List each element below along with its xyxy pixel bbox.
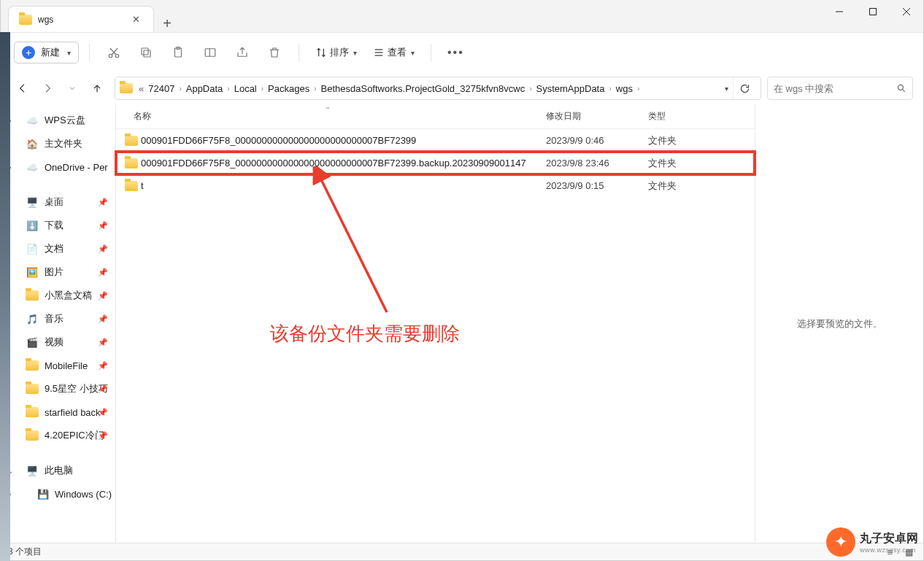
preview-pane: 选择要预览的文件。 (755, 104, 923, 543)
svg-rect-8 (144, 50, 150, 57)
file-list-panel: 名称⌃ 修改日期 类型 000901FDD66F75F8_00000000000… (116, 104, 755, 543)
plus-icon: + (22, 46, 35, 59)
column-name-header[interactable]: 名称⌃ (134, 110, 546, 123)
file-row[interactable]: 000901FDD66F75F8_00000000000000000000000… (116, 129, 755, 152)
copy-button[interactable] (132, 39, 160, 66)
refresh-button[interactable] (733, 77, 756, 99)
sort-indicator-icon: ⌃ (325, 106, 331, 114)
sidebar-item-label: 下载 (45, 219, 63, 232)
address-bar[interactable]: « 72407›AppData›Local›Packages›BethesdaS… (115, 77, 761, 100)
chevron-right-icon: › (528, 85, 533, 93)
new-button[interactable]: + 新建 ▾ (14, 42, 79, 63)
search-box[interactable] (767, 77, 913, 100)
sidebar-item-label: 4.20EPIC冷门 (45, 429, 104, 442)
more-button[interactable]: ••• (442, 46, 470, 59)
breadcrumb-item[interactable]: wgs (613, 83, 636, 94)
sidebar-item[interactable]: 🎵音乐📌 (1, 307, 115, 330)
watermark: ✦ 丸子安卓网 www.wzsqsy.com (826, 527, 918, 557)
sidebar-item-label: 小黑盒文稿 (45, 289, 92, 302)
folder-icon (125, 136, 141, 146)
chevron-right-icon: › (312, 85, 317, 93)
resize-handle[interactable] (113, 104, 119, 543)
folder-icon (26, 290, 39, 301)
window-controls (823, 0, 923, 32)
forward-button[interactable] (36, 77, 59, 100)
navigation-pane: ›☁️WPS云盘 🏠主文件夹 ›☁️OneDrive - Per 🖥️桌面📌⬇️… (1, 104, 116, 543)
breadcrumb: 72407›AppData›Local›Packages›BethesdaSof… (145, 83, 720, 94)
breadcrumb-item[interactable]: Packages (265, 83, 312, 94)
sort-label: 排序 (330, 46, 349, 59)
file-type: 文件夹 (648, 134, 677, 147)
tab-wgs[interactable]: wgs ✕ (8, 6, 154, 32)
pin-icon: 📌 (98, 361, 108, 371)
sidebar-item[interactable]: 🎬视频📌 (1, 330, 115, 354)
sidebar-item-label: starfield back (45, 407, 101, 418)
monitor-icon: 🖥️ (26, 465, 39, 476)
maximize-button[interactable] (856, 0, 890, 23)
pin-icon: 📌 (98, 268, 108, 277)
sidebar-item[interactable]: 🖥️桌面📌 (1, 190, 115, 214)
pin-icon: 📌 (98, 384, 108, 394)
pin-icon: 📌 (98, 291, 108, 301)
sidebar-item-drive-c[interactable]: ›💾Windows (C:) (1, 482, 115, 506)
sidebar-item[interactable]: ⬇️下载📌 (1, 214, 115, 237)
sidebar-item[interactable]: starfield back📌 (1, 401, 115, 424)
file-name: 000901FDD66F75F8_00000000000000000000000… (141, 158, 546, 169)
breadcrumb-item[interactable]: SystemAppData (534, 83, 608, 94)
new-label: 新建 (41, 46, 60, 59)
chevron-down-icon: ▾ (411, 49, 415, 57)
close-tab-icon[interactable]: ✕ (128, 14, 143, 25)
search-icon[interactable] (896, 83, 906, 93)
file-row[interactable]: 000901FDD66F75F8_00000000000000000000000… (116, 152, 755, 174)
breadcrumb-item[interactable]: Local (231, 83, 260, 94)
paste-button[interactable] (164, 39, 192, 66)
search-input[interactable] (774, 83, 896, 94)
watermark-url: www.wzsqsy.com (860, 546, 918, 554)
up-button[interactable] (85, 77, 109, 100)
new-tab-button[interactable]: + (154, 15, 180, 32)
breadcrumb-overflow[interactable]: « (137, 83, 145, 94)
sidebar-item-onedrive[interactable]: ›☁️OneDrive - Per (1, 155, 115, 179)
column-date-header[interactable]: 修改日期 (546, 110, 648, 123)
sort-button[interactable]: 排序 ▾ (309, 42, 363, 63)
cloud-icon: ☁️ (26, 115, 39, 126)
back-button[interactable] (11, 77, 34, 100)
file-type: 文件夹 (648, 157, 677, 170)
close-button[interactable] (890, 0, 923, 23)
breadcrumb-item[interactable]: AppData (183, 83, 226, 94)
sidebar-item[interactable]: 🖼️图片📌 (1, 260, 115, 284)
sidebar-item[interactable]: 📄文档📌 (1, 237, 115, 260)
recent-button[interactable] (61, 77, 84, 100)
address-dropdown[interactable]: ▾ (720, 85, 733, 93)
minimize-button[interactable] (823, 0, 856, 23)
view-button[interactable]: 查看 ▾ (367, 42, 420, 63)
chevron-right-icon: › (177, 85, 182, 93)
breadcrumb-item[interactable]: BethesdaSoftworks.ProjectGold_3275kfvn8v… (318, 83, 528, 94)
sidebar-item[interactable]: 9.5星空 小技巧📌 (1, 377, 115, 401)
delete-button[interactable] (261, 39, 288, 66)
sidebar-item-label: MobileFile (45, 360, 88, 371)
folder-icon (120, 83, 133, 93)
file-name: 000901FDD66F75F8_00000000000000000000000… (141, 135, 546, 146)
sidebar-item-home[interactable]: 🏠主文件夹 (1, 132, 115, 155)
column-type-header[interactable]: 类型 (648, 110, 755, 123)
sidebar-item-wps[interactable]: ›☁️WPS云盘 (1, 109, 115, 132)
status-bar: 3 个项目 ≡ ▦ (1, 543, 923, 560)
sidebar-item-label: Windows (C:) (55, 489, 112, 500)
cut-button[interactable] (100, 39, 128, 66)
folder-icon (19, 15, 32, 25)
view-icon (373, 47, 385, 58)
file-type: 文件夹 (648, 179, 677, 193)
sidebar-item-thispc[interactable]: ⌄🖥️此电脑 (1, 459, 115, 482)
breadcrumb-item[interactable]: 72407 (145, 83, 177, 94)
rename-button[interactable] (196, 39, 224, 66)
folder-icon (26, 360, 39, 371)
left-decorative-strip (0, 32, 10, 561)
sidebar-item[interactable]: 4.20EPIC冷门📌 (1, 424, 115, 447)
sidebar-item[interactable]: MobileFile📌 (1, 354, 115, 377)
cloud-icon: ☁️ (26, 162, 39, 173)
share-button[interactable] (228, 39, 256, 66)
sidebar-item[interactable]: 小黑盒文稿📌 (1, 284, 115, 307)
file-row[interactable]: t2023/9/9 0:15文件夹 (116, 174, 755, 197)
pic-icon: 🖼️ (26, 267, 39, 278)
